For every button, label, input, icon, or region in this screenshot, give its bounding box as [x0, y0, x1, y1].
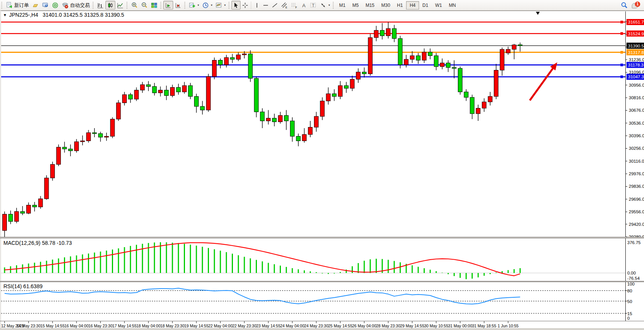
- auto-scroll-button[interactable]: [163, 1, 173, 10]
- text-label-tool-button[interactable]: T: [308, 1, 318, 10]
- dropdown-caret-icon: ▾: [328, 3, 330, 7]
- templates-button[interactable]: ▾: [214, 1, 227, 10]
- price-badge-value: 31178.3: [628, 63, 644, 67]
- hline-anchor[interactable]: [620, 32, 623, 35]
- indicators-icon: [189, 2, 196, 9]
- candle-body: [332, 94, 336, 97]
- zoom-in-button[interactable]: [129, 1, 139, 10]
- candle-body: [446, 63, 450, 68]
- candle-body: [344, 86, 348, 88]
- chart-shift-button[interactable]: [173, 1, 183, 10]
- time-axis-label: 23 May 14:55: [256, 324, 281, 328]
- text-icon: A: [301, 2, 307, 8]
- symbol-dropdown-icon[interactable]: ▼: [3, 13, 7, 17]
- toolbar-grip[interactable]: [92, 2, 94, 9]
- candle-body: [260, 112, 265, 121]
- search-icon[interactable]: [620, 2, 628, 9]
- fibonacci-tool-button[interactable]: F: [289, 1, 299, 10]
- chart-shift-icon: [175, 2, 182, 9]
- line-chart-button[interactable]: [115, 1, 125, 10]
- sounds-button[interactable]: [50, 1, 60, 10]
- svg-text:A: A: [302, 3, 306, 8]
- candle-body: [86, 133, 91, 141]
- timeframe-button-M30[interactable]: M30: [378, 1, 394, 10]
- trendline-icon: [272, 2, 278, 8]
- arrows-icon: [320, 2, 327, 9]
- market-depth-button[interactable]: [30, 1, 40, 10]
- tile-windows-button[interactable]: [149, 1, 159, 10]
- time-axis-label: 31 May 00:00: [448, 324, 472, 328]
- candle-body: [171, 87, 175, 95]
- candle-body: [194, 97, 199, 106]
- crosshair-tool-button[interactable]: [241, 1, 250, 10]
- timeframe-button-H4[interactable]: H4: [406, 1, 419, 10]
- toolbar-grip[interactable]: [184, 2, 186, 9]
- terminal-icon: [42, 2, 49, 9]
- candle-body: [362, 72, 367, 74]
- time-axis-label: 26 May 04:00: [352, 324, 376, 328]
- periods-button[interactable]: ▾: [201, 1, 214, 10]
- candle-body: [440, 63, 444, 67]
- equidistant-channel-tool-button[interactable]: E: [279, 1, 289, 10]
- timeframe-button-M1[interactable]: M1: [336, 1, 349, 10]
- timeframe-button-H1[interactable]: H1: [394, 1, 406, 10]
- hline-anchor[interactable]: [620, 51, 623, 54]
- timeframe-button-MN[interactable]: MN: [445, 1, 459, 10]
- auto-trading-button[interactable]: 自动交易: [60, 1, 91, 10]
- toolbar-grip[interactable]: [228, 2, 230, 9]
- zoom-out-button[interactable]: [139, 1, 149, 10]
- macd-scale-max: 376.75: [627, 240, 641, 245]
- chart-window[interactable]: ▼ JPN225-,H4 31401.0 31425.5 31325.8 313…: [0, 0, 644, 330]
- zoom-in-icon: [131, 2, 138, 9]
- candle-body: [458, 68, 462, 92]
- candle-body: [356, 72, 360, 79]
- candle-body: [206, 76, 210, 110]
- cursor-icon: [233, 2, 239, 8]
- candle-body: [482, 102, 486, 108]
- arrows-tool-button[interactable]: ▾: [318, 1, 332, 10]
- hline-anchor[interactable]: [620, 63, 623, 66]
- candle-body: [92, 133, 97, 133]
- candle-body: [464, 92, 468, 97]
- candle-body: [116, 103, 121, 119]
- indicators-button[interactable]: ▾: [187, 1, 201, 10]
- hline-anchor[interactable]: [620, 21, 623, 23]
- candle-body: [200, 106, 204, 110]
- candle-body: [488, 97, 492, 102]
- zoom-out-icon: [141, 2, 148, 9]
- notifications-button[interactable]: 1: [632, 2, 640, 9]
- window-bottom-edge: [0, 328, 644, 330]
- price-tick-label: 29280.0: [629, 235, 644, 239]
- candle-body: [182, 86, 187, 92]
- candle-body: [224, 57, 228, 65]
- vertical-line-tool-button[interactable]: [252, 1, 261, 10]
- bar-chart-button[interactable]: [96, 1, 105, 10]
- toolbar-grip[interactable]: [126, 2, 128, 9]
- horizontal-line-tool-button[interactable]: [261, 1, 270, 10]
- price-tick-label: 30116.0: [629, 159, 644, 163]
- toolbar-grip[interactable]: [332, 2, 334, 9]
- bar-chart-icon: [97, 2, 104, 9]
- toolbar-grip[interactable]: [1, 2, 3, 9]
- timeframe-button-M15[interactable]: M15: [362, 1, 378, 10]
- timeframe-button-M5[interactable]: M5: [349, 1, 362, 10]
- trendline-tool-button[interactable]: [270, 1, 279, 10]
- strategy-tester-button[interactable]: [40, 1, 50, 10]
- fibonacci-icon: F: [291, 2, 298, 9]
- toolbar-grip[interactable]: [160, 2, 162, 9]
- timeframe-button-W1[interactable]: W1: [432, 1, 445, 10]
- cursor-tool-button[interactable]: [231, 1, 241, 10]
- text-tool-button[interactable]: A: [299, 1, 308, 10]
- candle-body: [506, 49, 510, 53]
- hline-anchor[interactable]: [620, 75, 623, 78]
- timeframe-button-D1[interactable]: D1: [419, 1, 432, 10]
- candlestick-chart-button[interactable]: [105, 1, 115, 10]
- sound-icon: [52, 2, 59, 9]
- candle-body: [368, 38, 372, 74]
- price-tick-label: 29420.0: [629, 222, 644, 227]
- new-order-button[interactable]: 新订单: [4, 1, 30, 10]
- candle-body: [45, 178, 49, 199]
- candle-body: [434, 56, 438, 67]
- candle-body: [248, 54, 252, 78]
- time-axis-label: 1 Jun 10:55: [498, 324, 519, 328]
